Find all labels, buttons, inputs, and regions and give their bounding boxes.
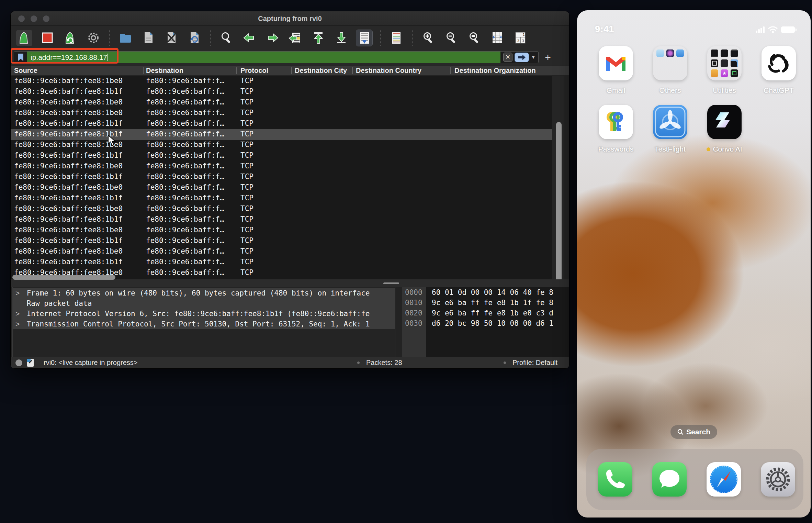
expander-icon[interactable]: >: [13, 319, 22, 329]
app-others[interactable]: Others: [653, 46, 687, 95]
packet-row[interactable]: fe80::9ce6:baff:fee8:1be0 fe80::9ce6:baf…: [11, 140, 553, 151]
packet-row[interactable]: fe80::9ce6:baff:fee8:1be0 fe80::9ce6:baf…: [11, 76, 553, 87]
zoom-out[interactable]: [443, 30, 459, 46]
settings-icon: [761, 462, 795, 497]
display-filter-field[interactable]: ip.addr==192.168.88.17 ✕ ▼: [14, 51, 539, 63]
apply-filter-button[interactable]: [515, 53, 529, 62]
add-filter-button[interactable]: +: [542, 51, 554, 63]
text-caret: [108, 54, 108, 61]
expander-icon[interactable]: >: [13, 309, 22, 319]
go-back[interactable]: [241, 30, 257, 46]
capture-options[interactable]: [85, 30, 101, 46]
go-to-packet[interactable]: [287, 30, 303, 46]
column-destination-organization[interactable]: Destination Organization: [454, 67, 536, 75]
folder-utilities-icon: ★: [707, 46, 742, 80]
packet-row[interactable]: fe80::9ce6:baff:fee8:1b1f fe80::9ce6:baf…: [11, 151, 553, 161]
passwords-icon: [599, 105, 633, 139]
hex-row[interactable]: 0030 d6 20 bc 98 50 10 08 00 d6 1: [402, 318, 569, 329]
capture-file-properties-icon[interactable]: [27, 359, 34, 367]
reload-file[interactable]: [186, 30, 202, 46]
column-source[interactable]: Source: [14, 67, 37, 75]
display-filter-input[interactable]: ip.addr==192.168.88.17: [27, 52, 500, 63]
packet-row[interactable]: fe80::9ce6:baff:fee8:1b1f fe80::9ce6:baf…: [11, 172, 553, 182]
column-destination[interactable]: Destination: [146, 67, 183, 75]
hex-row[interactable]: 0000 60 01 0d 00 00 14 06 40 fe 8: [402, 287, 569, 298]
packet-row[interactable]: fe80::9ce6:baff:fee8:1b1f fe80::9ce6:baf…: [11, 236, 553, 246]
filter-bookmark-icon[interactable]: [14, 52, 27, 63]
main-toolbar: 123: [11, 26, 569, 50]
iphone-mirroring-window: 9:41 Gmail Others ★ Utilities: [577, 10, 811, 518]
stop-capture[interactable]: [39, 30, 55, 46]
clear-filter-button[interactable]: ✕: [503, 53, 512, 62]
packet-row[interactable]: fe80::9ce6:baff:fee8:1b1f fe80::9ce6:baf…: [11, 119, 553, 129]
folder-others-icon: [653, 46, 687, 80]
hex-row[interactable]: 0010 9c e6 ba ff fe e8 1b 1f fe 8: [402, 298, 569, 308]
app-gmail[interactable]: Gmail: [599, 46, 633, 95]
profile-label[interactable]: Profile: Default: [512, 359, 557, 367]
safari-icon: [707, 462, 741, 497]
open-file[interactable]: [117, 30, 133, 46]
column-destination-country[interactable]: Destination Country: [356, 67, 421, 75]
spotlight-search-pill[interactable]: Search: [670, 425, 717, 439]
colorize-packets[interactable]: [388, 30, 404, 46]
dock-app-phone[interactable]: [598, 462, 632, 497]
save-file[interactable]: [140, 30, 156, 46]
column-protocol[interactable]: Protocol: [240, 67, 268, 75]
splitter-handle-icon[interactable]: [383, 282, 399, 284]
dock-app-messages[interactable]: [652, 462, 687, 497]
packet-list-hscrollbar-thumb[interactable]: [12, 275, 115, 280]
packet-list: fe80::9ce6:baff:fee8:1be0 fe80::9ce6:baf…: [11, 76, 553, 279]
find-packet[interactable]: [218, 30, 234, 46]
auto-scroll-live-capture[interactable]: [356, 30, 372, 46]
pane-splitter[interactable]: [11, 279, 569, 287]
capture-status-text: rvi0: <live capture in progress>: [44, 359, 137, 367]
packet-row[interactable]: fe80::9ce6:baff:fee8:1be0 fe80::9ce6:baf…: [11, 182, 553, 193]
packet-row[interactable]: fe80::9ce6:baff:fee8:1b1f fe80::9ce6:baf…: [11, 214, 553, 225]
packet-row[interactable]: fe80::9ce6:baff:fee8:1be0 fe80::9ce6:baf…: [11, 161, 553, 172]
app-convo-ai[interactable]: Convo AI: [707, 105, 742, 154]
app-utilities[interactable]: ★ Utilities: [707, 46, 742, 95]
zoom-100[interactable]: [466, 30, 482, 46]
detail-row[interactable]: > Frame 1: 60 bytes on wire (480 bits), …: [13, 288, 395, 298]
svg-text:1: 1: [523, 33, 525, 36]
app-chatgpt[interactable]: ChatGPT: [762, 46, 796, 95]
packet-row[interactable]: fe80::9ce6:baff:fee8:1b1f fe80::9ce6:baf…: [11, 87, 553, 97]
detail-row[interactable]: Raw packet data: [13, 298, 395, 309]
dock-app-safari[interactable]: [707, 462, 741, 497]
close-file[interactable]: [163, 30, 179, 46]
detail-row[interactable]: > Transmission Control Protocol, Src Por…: [13, 319, 395, 329]
packet-row[interactable]: fe80::9ce6:baff:fee8:1be0 fe80::9ce6:baf…: [11, 97, 553, 108]
resize-columns[interactable]: [489, 30, 505, 46]
app-testflight[interactable]: TestFlight: [653, 105, 687, 154]
packet-row[interactable]: fe80::9ce6:baff:fee8:1be0 fe80::9ce6:baf…: [11, 204, 553, 214]
search-icon: [677, 429, 684, 435]
start-capture[interactable]: [16, 30, 32, 46]
app-passwords[interactable]: Passwords: [599, 105, 633, 154]
expander-icon[interactable]: >: [13, 288, 22, 298]
expert-info-icon[interactable]: [15, 359, 22, 366]
packet-row[interactable]: fe80::9ce6:baff:fee8:1be0 fe80::9ce6:baf…: [11, 246, 553, 257]
packet-row[interactable]: fe80::9ce6:baff:fee8:1b1f fe80::9ce6:baf…: [11, 257, 553, 268]
packet-count: Packets: 28: [366, 359, 402, 367]
titlebar[interactable]: Capturing from rvi0: [11, 11, 569, 26]
go-to-last-packet[interactable]: [333, 30, 349, 46]
column-destination-city[interactable]: Destination City: [295, 67, 347, 75]
packet-list-header[interactable]: Source Destination Protocol Destination …: [11, 66, 569, 75]
packet-list-scrollbar-thumb[interactable]: [556, 122, 562, 291]
go-to-first-packet[interactable]: [310, 30, 326, 46]
packet-row[interactable]: fe80::9ce6:baff:fee8:1b1f fe80::9ce6:baf…: [11, 193, 553, 204]
detail-row[interactable]: > Internet Protocol Version 6, Src: fe80…: [13, 309, 395, 319]
packet-row[interactable]: fe80::9ce6:baff:fee8:1b1f fe80::9ce6:baf…: [11, 129, 553, 140]
dock: [586, 449, 803, 510]
toolbar-separator: [210, 30, 211, 46]
dock-app-settings[interactable]: [761, 462, 795, 497]
zoom-in[interactable]: [420, 30, 436, 46]
packet-row[interactable]: fe80::9ce6:baff:fee8:1be0 fe80::9ce6:baf…: [11, 225, 553, 236]
restart-capture[interactable]: [62, 30, 78, 46]
new-app-dot: [707, 147, 710, 151]
layout-panes[interactable]: 123: [512, 30, 528, 46]
filter-dropdown-caret[interactable]: ▼: [531, 55, 535, 60]
go-forward[interactable]: [264, 30, 280, 46]
hex-row[interactable]: 0020 9c e6 ba ff fe e8 1b e0 c3 d: [402, 308, 569, 318]
packet-row[interactable]: fe80::9ce6:baff:fee8:1be0 fe80::9ce6:baf…: [11, 108, 553, 119]
